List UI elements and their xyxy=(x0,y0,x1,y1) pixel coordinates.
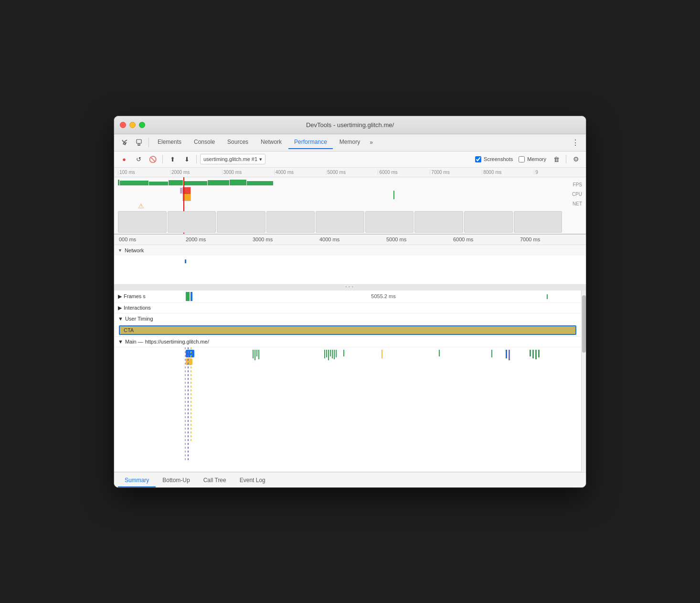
window-title: DevTools - usertiming.glitch.me/ xyxy=(306,121,394,129)
second-ruler-mark: 7000 ms xyxy=(519,237,586,242)
screenshot-strip xyxy=(118,211,562,233)
ruler-mark: 100 ms xyxy=(118,170,170,175)
toolbar-divider-1 xyxy=(162,155,163,163)
network-section-label: Network xyxy=(125,248,144,253)
profile-dropdown-icon: ▾ xyxy=(259,156,262,162)
frame-green-bar xyxy=(186,292,190,301)
profile-name: usertiming.glitch.me #1 xyxy=(203,156,257,162)
devtools-window: DevTools - usertiming.glitch.me/ Element… xyxy=(114,116,586,488)
clear-button[interactable]: 🚫 xyxy=(147,153,159,165)
fullscreen-button[interactable] xyxy=(139,122,145,128)
interactions-text: Interactions xyxy=(124,305,151,311)
main-thread-label: ▼ Main — https://usertiming.glitch.me/ xyxy=(118,339,209,345)
profile-select[interactable]: usertiming.glitch.me #1 ▾ xyxy=(200,154,265,164)
screenshot-thumb xyxy=(365,211,414,233)
cta-bar[interactable]: CTA xyxy=(119,325,576,335)
second-ruler-mark: 000 ms xyxy=(118,237,185,242)
record-button[interactable]: ● xyxy=(118,153,130,165)
second-ruler-mark: 2000 ms xyxy=(185,237,252,242)
ruler-mark: 5000 ms xyxy=(326,170,378,175)
task-bar-green xyxy=(255,350,255,360)
interactions-triangle-icon: ▶ xyxy=(118,305,122,311)
user-timing-row: ▼ User Timing CTA xyxy=(114,313,586,337)
user-timing-content: CTA xyxy=(114,324,586,336)
svg-rect-0 xyxy=(137,140,141,143)
memory-label: Memory xyxy=(527,156,546,162)
frames-label[interactable]: ▶ Frames s xyxy=(114,293,181,300)
ruler-mark: 4000 ms xyxy=(274,170,326,175)
tab-network[interactable]: Network xyxy=(255,136,287,149)
bottom-tabs: Summary Bottom-Up Call Tree Event Log xyxy=(114,472,586,487)
user-timing-triangle-icon: ▼ xyxy=(118,316,123,322)
minimize-button[interactable] xyxy=(129,122,136,128)
second-ruler-marks: 000 ms 2000 ms 3000 ms 4000 ms 5000 ms 6… xyxy=(118,237,586,242)
frame-duration: 5055.2 ms xyxy=(371,293,395,299)
memory-checkbox[interactable] xyxy=(519,156,525,162)
upload-button[interactable]: ⬆ xyxy=(166,153,179,165)
device-icon[interactable] xyxy=(132,136,146,149)
scrollbar-track xyxy=(581,291,586,472)
net-label: NET xyxy=(573,201,582,206)
main-thread-header[interactable]: ▼ Main — https://usertiming.glitch.me/ xyxy=(114,337,586,347)
tab-performance[interactable]: Performance xyxy=(288,136,333,149)
top-ruler: 100 ms 2000 ms 3000 ms 4000 ms 5000 ms 6… xyxy=(114,168,586,177)
ruler-mark: 6000 ms xyxy=(378,170,430,175)
second-ruler: 000 ms 2000 ms 3000 ms 4000 ms 5000 ms 6… xyxy=(114,235,586,245)
ruler-mark: 3000 ms xyxy=(222,170,274,175)
tab-console[interactable]: Console xyxy=(188,136,221,149)
panel-resize-handle[interactable]: ··· xyxy=(114,285,586,291)
cpu-label: CPU xyxy=(572,192,582,197)
interactions-label[interactable]: ▶ Interactions xyxy=(114,305,181,311)
toolbar-divider-2 xyxy=(196,155,197,163)
title-bar: DevTools - usertiming.glitch.me/ xyxy=(114,116,586,134)
scrollbar-thumb[interactable] xyxy=(582,295,586,353)
warning-triangle-icon: ⚠ xyxy=(138,202,144,210)
second-ruler-mark: 4000 ms xyxy=(318,237,385,242)
tab-summary[interactable]: Summary xyxy=(118,474,156,487)
frame-marker xyxy=(547,294,548,299)
memory-checkbox-label[interactable]: Memory xyxy=(519,156,546,162)
traffic-lights xyxy=(120,122,145,128)
frames-text: Frames s xyxy=(124,293,146,299)
tab-event-log[interactable]: Event Log xyxy=(233,474,272,487)
network-section-header[interactable]: ▼ Network xyxy=(114,245,586,256)
screenshots-checkbox-label[interactable]: Screenshots xyxy=(475,156,513,162)
reload-button[interactable]: ↺ xyxy=(132,153,145,165)
ruler-mark: 9 xyxy=(534,170,586,175)
more-tabs-button[interactable]: » xyxy=(367,137,376,148)
user-timing-header[interactable]: ▼ User Timing xyxy=(114,313,586,324)
download-button[interactable]: ⬇ xyxy=(180,153,193,165)
detail-area: ▼ Network ··· ▶ Frames s 5055.2 ms xyxy=(114,245,586,487)
settings-button[interactable]: ⚙ xyxy=(570,153,582,165)
network-request-bar xyxy=(185,259,186,263)
green-time-marker xyxy=(393,191,394,199)
ruler-mark: 7000 ms xyxy=(430,170,482,175)
overview-timeline: FPS CPU NET xyxy=(114,177,586,234)
tab-memory[interactable]: Memory xyxy=(334,136,366,149)
nav-divider-1 xyxy=(148,138,149,147)
screenshot-thumb xyxy=(118,211,167,233)
screenshot-thumb xyxy=(266,211,315,233)
screenshot-thumb xyxy=(217,211,265,233)
screenshot-thumb xyxy=(464,211,513,233)
tab-bottom-up[interactable]: Bottom-Up xyxy=(156,474,196,487)
overview-area[interactable]: FPS CPU NET xyxy=(114,177,586,235)
kebab-menu-button[interactable]: ⋮ xyxy=(569,136,582,149)
ruler-mark: 2000 ms xyxy=(170,170,222,175)
main-thread-section: ▼ Main — https://usertiming.glitch.me/ xyxy=(114,337,586,472)
tab-elements[interactable]: Elements xyxy=(152,136,187,149)
screenshots-checkbox[interactable] xyxy=(475,156,481,162)
user-timing-text: User Timing xyxy=(125,316,153,322)
network-section: ▼ Network xyxy=(114,245,586,285)
user-timing-label: ▼ User Timing xyxy=(118,316,185,322)
task-bar-blue xyxy=(186,350,194,357)
performance-toolbar: ● ↺ 🚫 ⬆ ⬇ usertiming.glitch.me #1 ▾ Scre… xyxy=(114,151,586,168)
close-button[interactable] xyxy=(120,122,126,128)
tab-call-tree[interactable]: Call Tree xyxy=(197,474,233,487)
delete-recording-button[interactable]: 🗑 xyxy=(550,153,562,165)
tab-sources[interactable]: Sources xyxy=(222,136,254,149)
inspector-icon[interactable] xyxy=(118,136,131,149)
bottom-panel: ▶ Frames s 5055.2 ms ▶ Interactions xyxy=(114,291,586,472)
ruler-mark: 8000 ms xyxy=(482,170,534,175)
frames-content: 5055.2 ms xyxy=(181,291,586,302)
